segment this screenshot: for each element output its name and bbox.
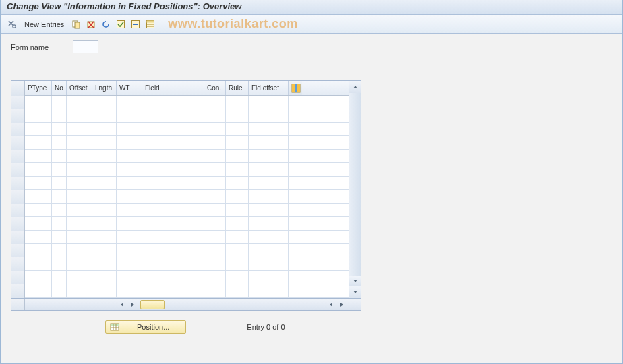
cell-wt[interactable] <box>117 123 142 135</box>
cell-rule[interactable] <box>226 163 249 176</box>
row-selector[interactable] <box>11 136 25 150</box>
cell-ptype[interactable] <box>25 257 52 270</box>
cell-wt[interactable] <box>117 257 142 270</box>
cell-offset[interactable] <box>67 163 92 176</box>
cell-rule[interactable] <box>226 217 249 230</box>
cell-con[interactable] <box>204 231 226 243</box>
cell-offset[interactable] <box>67 123 92 135</box>
cell-no[interactable] <box>52 123 67 135</box>
cell-no[interactable] <box>52 271 67 284</box>
undo-icon[interactable] <box>100 19 111 30</box>
cell-field[interactable] <box>142 123 204 135</box>
cell-no[interactable] <box>52 136 67 149</box>
cell-wt[interactable] <box>117 96 142 109</box>
cell-con[interactable] <box>204 150 226 162</box>
copy-icon[interactable] <box>71 19 82 30</box>
row-selector[interactable] <box>11 217 25 231</box>
cell-field[interactable] <box>142 177 204 189</box>
col-header-offset[interactable]: Offset <box>67 81 92 95</box>
cell-con[interactable] <box>204 163 226 176</box>
cell-ptype[interactable] <box>25 123 52 135</box>
cell-offset[interactable] <box>67 150 92 162</box>
cell-con[interactable] <box>204 244 226 257</box>
cell-fldoffset[interactable] <box>249 163 289 176</box>
cell-wt[interactable] <box>117 190 142 203</box>
cell-fldoffset[interactable] <box>249 136 289 149</box>
cell-lngth[interactable] <box>92 136 117 149</box>
cell-rule[interactable] <box>226 204 249 216</box>
horizontal-scrollbar[interactable] <box>11 299 361 311</box>
cell-rule[interactable] <box>226 123 249 135</box>
cell-no[interactable] <box>52 96 67 109</box>
row-selector[interactable] <box>11 109 25 123</box>
cell-wt[interactable] <box>117 271 142 284</box>
scroll-down-icon[interactable] <box>349 286 361 298</box>
cell-con[interactable] <box>204 136 226 149</box>
cell-fldoffset[interactable] <box>249 217 289 230</box>
cell-fldoffset[interactable] <box>249 96 289 109</box>
scroll-thumb[interactable] <box>140 300 165 309</box>
cell-con[interactable] <box>204 123 226 135</box>
cell-rule[interactable] <box>226 231 249 243</box>
cell-field[interactable] <box>142 163 204 176</box>
cell-lngth[interactable] <box>92 96 117 109</box>
table-config-icon[interactable] <box>289 81 302 95</box>
select-all-icon[interactable] <box>115 19 126 30</box>
cell-field[interactable] <box>142 271 204 284</box>
scroll-left-icon[interactable] <box>117 299 127 310</box>
row-selector[interactable] <box>11 190 25 204</box>
cell-con[interactable] <box>204 271 226 284</box>
scroll-up-icon[interactable] <box>349 81 361 93</box>
cell-con[interactable] <box>204 190 226 203</box>
cell-con[interactable] <box>204 284 226 297</box>
cell-ptype[interactable] <box>25 150 52 162</box>
cell-ptype[interactable] <box>25 109 52 122</box>
cell-fldoffset[interactable] <box>249 284 289 297</box>
cell-offset[interactable] <box>67 271 92 284</box>
cell-lngth[interactable] <box>92 123 117 135</box>
cell-offset[interactable] <box>67 109 92 122</box>
cell-rule[interactable] <box>226 109 249 122</box>
cell-lngth[interactable] <box>92 244 117 257</box>
cell-lngth[interactable] <box>92 190 117 203</box>
cell-rule[interactable] <box>226 96 249 109</box>
cell-field[interactable] <box>142 190 204 203</box>
row-selector[interactable] <box>11 271 25 284</box>
cell-field[interactable] <box>142 217 204 230</box>
scroll-right-end-icon[interactable] <box>336 299 347 310</box>
cell-rule[interactable] <box>226 271 249 284</box>
cell-lngth[interactable] <box>92 217 117 230</box>
cell-ptype[interactable] <box>25 284 52 297</box>
row-selector[interactable] <box>11 123 25 136</box>
cell-rule[interactable] <box>226 257 249 270</box>
cell-no[interactable] <box>52 163 67 176</box>
cell-fldoffset[interactable] <box>249 244 289 257</box>
cell-ptype[interactable] <box>25 271 52 284</box>
row-selector[interactable] <box>11 96 25 109</box>
row-selector[interactable] <box>11 163 25 177</box>
cell-lngth[interactable] <box>92 163 117 176</box>
cell-no[interactable] <box>52 190 67 203</box>
cell-rule[interactable] <box>226 177 249 189</box>
cell-rule[interactable] <box>226 136 249 149</box>
cell-con[interactable] <box>204 257 226 270</box>
cell-lngth[interactable] <box>92 109 117 122</box>
scroll-right-inner-icon[interactable] <box>127 299 138 310</box>
position-button[interactable]: Position... <box>105 320 186 334</box>
cell-no[interactable] <box>52 204 67 216</box>
toggle-view-icon[interactable] <box>7 19 18 30</box>
cell-wt[interactable] <box>117 150 142 162</box>
cell-field[interactable] <box>142 150 204 162</box>
cell-wt[interactable] <box>117 204 142 216</box>
col-header-con[interactable]: Con. <box>204 81 226 95</box>
row-selector[interactable] <box>11 257 25 271</box>
cell-no[interactable] <box>52 284 67 297</box>
cell-no[interactable] <box>52 217 67 230</box>
cell-rule[interactable] <box>226 150 249 162</box>
cell-wt[interactable] <box>117 231 142 243</box>
cell-rule[interactable] <box>226 190 249 203</box>
col-header-ptype[interactable]: PType <box>25 81 52 95</box>
cell-field[interactable] <box>142 257 204 270</box>
cell-lngth[interactable] <box>92 271 117 284</box>
col-header-wt[interactable]: WT <box>117 81 142 95</box>
